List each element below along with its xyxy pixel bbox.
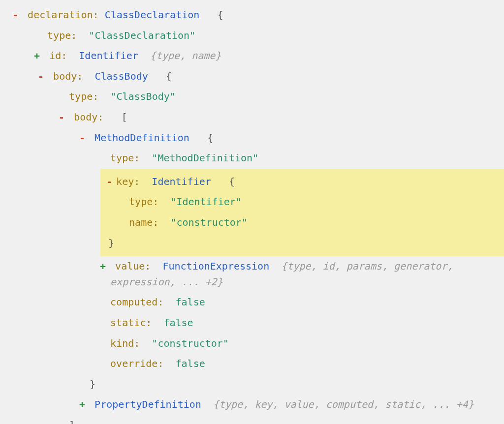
collapsed-preview: {type, key, value, computed, static, ...… (213, 398, 474, 410)
prop-override[interactable]: override: false (0, 354, 504, 374)
node-declaration[interactable]: - declaration: ClassDeclaration { (0, 5, 504, 26)
prop-key: type (110, 152, 134, 164)
string-value: "ClassBody" (110, 91, 175, 102)
node-type: PropertyDefinition (94, 398, 201, 410)
node-type: ClassBody (94, 70, 148, 82)
collapse-icon[interactable]: - (34, 66, 47, 87)
prop-key: id (49, 50, 61, 61)
prop-key: name (129, 216, 153, 228)
ast-tree: - declaration: ClassDeclaration { type: … (0, 0, 504, 424)
prop-key: value (115, 260, 145, 272)
node-id-collapsed[interactable]: + id: Identifier {type, name} (0, 46, 504, 66)
prop-static[interactable]: static: false (0, 313, 504, 333)
prop-key: kind (110, 337, 134, 349)
node-type: FunctionExpression (162, 260, 269, 272)
collapsed-preview: {type, id, params, generator, (281, 260, 453, 272)
bracket-close: ] (69, 419, 75, 424)
prop-key: declaration (28, 9, 93, 21)
collapsed-preview: {type, name} (150, 50, 221, 61)
collapse-icon[interactable]: - (106, 172, 110, 192)
collapse-icon[interactable]: - (9, 5, 22, 26)
bool-value: false (163, 317, 193, 329)
prop-key: body (74, 111, 97, 123)
string-value: "constructor" (170, 216, 248, 228)
prop-type[interactable]: type: "Identifier" (100, 192, 504, 212)
prop-key: type (129, 196, 153, 208)
node-type: Identifier (152, 176, 211, 187)
prop-type[interactable]: type: "ClassDeclaration" (0, 26, 504, 46)
expand-icon[interactable]: + (31, 46, 43, 66)
prop-kind[interactable]: kind: "constructor" (0, 333, 504, 354)
node-type: Identifier (79, 50, 138, 61)
prop-key: type (69, 91, 93, 102)
prop-key: computed (110, 296, 158, 308)
node-key[interactable]: - key: Identifier { (100, 170, 504, 192)
brace-close-row: } (100, 233, 504, 256)
node-type: ClassDeclaration (105, 9, 200, 21)
prop-key: body (53, 70, 77, 82)
string-value: "MethodDefinition" (152, 152, 258, 164)
bool-value: false (176, 296, 205, 308)
collapse-icon[interactable]: - (76, 128, 89, 149)
brace-open: { (229, 176, 235, 187)
prop-type[interactable]: type: "MethodDefinition" (0, 148, 504, 169)
string-value: "Identifier" (170, 196, 242, 208)
brace-close-row: } (0, 374, 504, 395)
collapse-icon[interactable]: - (55, 107, 68, 128)
brace-open: { (166, 70, 172, 82)
prop-key: override (110, 358, 158, 369)
array-item-method[interactable]: - MethodDefinition { (0, 128, 504, 149)
brace-open: { (217, 9, 223, 21)
prop-key: type (47, 30, 71, 41)
prop-computed[interactable]: computed: false (0, 292, 504, 313)
highlighted-node: - key: Identifier { type: "Identifier" n… (100, 169, 504, 256)
bracket-close-row: ] (0, 415, 504, 424)
brace-close: } (90, 378, 95, 390)
bracket-open: [ (121, 111, 127, 123)
brace-open: { (207, 132, 213, 144)
node-body[interactable]: - body: ClassBody { (0, 66, 504, 87)
string-value: "ClassDeclaration" (89, 30, 195, 41)
bool-value: false (176, 358, 205, 369)
array-item-property-collapsed[interactable]: + PropertyDefinition {type, key, value, … (0, 394, 504, 415)
prop-name[interactable]: name: "constructor" (100, 212, 504, 233)
brace-close: } (108, 237, 114, 249)
prop-key: static (110, 317, 146, 329)
node-body-array[interactable]: - body: [ (0, 107, 504, 128)
node-type: MethodDefinition (94, 132, 189, 144)
string-value: "constructor" (152, 337, 229, 349)
prop-type[interactable]: type: "ClassBody" (0, 87, 504, 107)
prop-key: key (116, 176, 134, 187)
expand-icon[interactable]: + (76, 394, 89, 415)
